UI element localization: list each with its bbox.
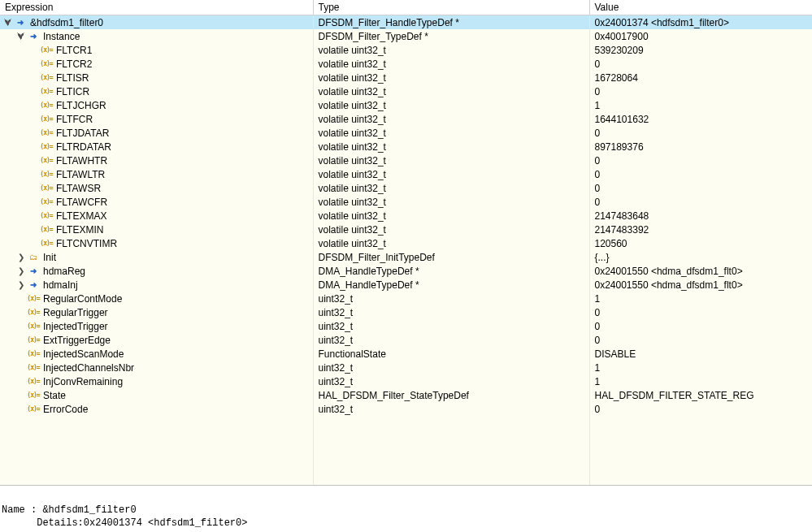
expander-open-icon[interactable]: ⮟ [16, 32, 25, 41]
expander-none [29, 73, 38, 82]
expander-none [29, 225, 38, 234]
table-row[interactable]: ❯🗂InitDFSDM_Filter_InitTypeDef{...} [0, 250, 812, 264]
type-cell: FunctionalState [313, 347, 589, 361]
col-value[interactable]: Value [589, 0, 812, 15]
details-pane: Name : &hdfsdm1_filter0 Details:0x240013… [0, 485, 812, 530]
value-cell: 16728064 [589, 71, 812, 84]
value-cell: 0 [589, 195, 812, 209]
expression-name: FLTAWCFR [54, 197, 107, 208]
table-row[interactable]: (x)=RegularContModeuint32_t1 [0, 292, 812, 305]
type-cell: uint32_t [313, 374, 589, 388]
expander-none [29, 128, 38, 137]
empty-row[interactable] [0, 457, 812, 471]
type-cell: volatile uint32_t [313, 98, 589, 112]
table-row[interactable]: (x)=FLTRDATARvolatile uint32_t897189376 [0, 140, 812, 154]
variable-icon: (x)= [40, 71, 53, 84]
variable-icon: (x)= [27, 361, 40, 374]
col-expression[interactable]: Expression [0, 0, 313, 15]
type-cell: volatile uint32_t [313, 223, 589, 236]
type-cell: uint32_t [313, 361, 589, 374]
table-row[interactable]: (x)=FLTCR2volatile uint32_t0 [0, 57, 812, 71]
table-row[interactable]: (x)=InjConvRemaininguint32_t1 [0, 374, 812, 388]
table-row[interactable]: (x)=StateHAL_DFSDM_Filter_StateTypeDefHA… [0, 388, 812, 402]
table-row[interactable]: (x)=FLTCNVTIMRvolatile uint32_t120560 [0, 236, 812, 250]
table-row[interactable]: (x)=FLTAWHTRvolatile uint32_t0 [0, 154, 812, 167]
expression-name: &hdfsdm1_filter0 [28, 17, 103, 28]
value-cell: 0 [589, 167, 812, 181]
expander-closed-icon[interactable]: ❯ [16, 280, 25, 289]
expander-none [16, 377, 25, 386]
empty-row[interactable] [0, 430, 812, 443]
empty-row[interactable] [0, 471, 812, 485]
expander-none [16, 391, 25, 400]
empty-row[interactable] [0, 416, 812, 430]
table-row[interactable]: (x)=RegularTriggeruint32_t0 [0, 305, 812, 319]
value-cell: 0 [589, 319, 812, 333]
variable-icon: (x)= [27, 334, 40, 347]
value-cell: 2147483648 [589, 209, 812, 223]
expression-name: RegularTrigger [41, 307, 108, 318]
pointer-icon: ➜ [14, 16, 27, 29]
type-cell: uint32_t [313, 305, 589, 319]
table-row[interactable]: ❯➜hdmaInjDMA_HandleTypeDef *0x24001550 <… [0, 278, 812, 292]
table-row[interactable]: ❯➜hdmaRegDMA_HandleTypeDef *0x24001550 <… [0, 264, 812, 278]
variable-icon: (x)= [40, 154, 53, 167]
value-cell: 0 [589, 181, 812, 195]
variable-icon: (x)= [40, 127, 53, 140]
table-row[interactable]: (x)=FLTEXMAXvolatile uint32_t2147483648 [0, 209, 812, 223]
table-row[interactable]: (x)=InjectedChannelsNbruint32_t1 [0, 361, 812, 374]
table-row[interactable]: (x)=FLTICRvolatile uint32_t0 [0, 84, 812, 98]
table-row[interactable]: (x)=FLTISRvolatile uint32_t16728064 [0, 71, 812, 84]
table-row[interactable]: (x)=FLTAWSRvolatile uint32_t0 [0, 181, 812, 195]
expressions-table: Expression Type Value ⮟➜&hdfsdm1_filter0… [0, 0, 812, 485]
table-row[interactable]: (x)=FLTAWLTRvolatile uint32_t0 [0, 167, 812, 181]
expression-name: Instance [41, 31, 80, 42]
details-name-line: Name : &hdfsdm1_filter0 [2, 504, 137, 516]
expander-none [29, 170, 38, 179]
expander-none [16, 322, 25, 331]
expander-none [29, 87, 38, 96]
table-row[interactable]: (x)=ExtTriggerEdgeuint32_t0 [0, 333, 812, 347]
type-cell: HAL_DFSDM_Filter_StateTypeDef [313, 388, 589, 402]
type-cell: volatile uint32_t [313, 112, 589, 126]
table-row[interactable]: (x)=FLTJCHGRvolatile uint32_t1 [0, 98, 812, 112]
type-cell: uint32_t [313, 333, 589, 347]
value-cell: 1 [589, 292, 812, 305]
table-row[interactable]: (x)=FLTFCRvolatile uint32_t1644101632 [0, 112, 812, 126]
expander-closed-icon[interactable]: ❯ [16, 253, 25, 262]
expander-none [29, 59, 38, 68]
table-row[interactable]: (x)=FLTJDATARvolatile uint32_t0 [0, 126, 812, 140]
table-row[interactable]: (x)=FLTAWCFRvolatile uint32_t0 [0, 195, 812, 209]
table-row[interactable]: ⮟➜&hdfsdm1_filter0DFSDM_Filter_HandleTyp… [0, 15, 812, 30]
expander-closed-icon[interactable]: ❯ [16, 266, 25, 275]
type-cell: DFSDM_Filter_TypeDef * [313, 29, 589, 43]
expression-name: FLTCNVTIMR [54, 238, 117, 249]
expander-open-icon[interactable]: ⮟ [3, 18, 12, 27]
expression-name: InjConvRemaining [41, 376, 123, 387]
expander-none [16, 294, 25, 303]
value-cell: 0x24001550 <hdma_dfsdm1_flt0> [589, 264, 812, 278]
variable-icon: (x)= [40, 210, 53, 223]
pointer-icon: ➜ [27, 265, 40, 278]
expression-name: InjectedChannelsNbr [41, 362, 134, 374]
table-row[interactable]: (x)=FLTCR1volatile uint32_t539230209 [0, 43, 812, 57]
header-row: Expression Type Value [0, 0, 812, 15]
value-cell: {...} [589, 250, 812, 264]
variable-icon: (x)= [27, 348, 40, 361]
table-row[interactable]: (x)=InjectedScanModeFunctionalStateDISAB… [0, 347, 812, 361]
value-cell: 0 [589, 333, 812, 347]
table-row[interactable]: (x)=FLTEXMINvolatile uint32_t2147483392 [0, 223, 812, 236]
expression-name: Init [41, 252, 56, 263]
table-row[interactable]: (x)=ErrorCodeuint32_t0 [0, 402, 812, 416]
value-cell: 1 [589, 361, 812, 374]
expression-name: FLTFCR [54, 114, 93, 125]
col-type[interactable]: Type [313, 0, 589, 15]
type-cell: DMA_HandleTypeDef * [313, 278, 589, 292]
table-row[interactable]: ⮟➜InstanceDFSDM_Filter_TypeDef *0x400179… [0, 29, 812, 43]
table-row[interactable]: (x)=InjectedTriggeruint32_t0 [0, 319, 812, 333]
value-cell: 1 [589, 98, 812, 112]
type-cell: volatile uint32_t [313, 43, 589, 57]
variable-icon: (x)= [40, 99, 53, 112]
value-cell: 897189376 [589, 140, 812, 154]
empty-row[interactable] [0, 443, 812, 457]
